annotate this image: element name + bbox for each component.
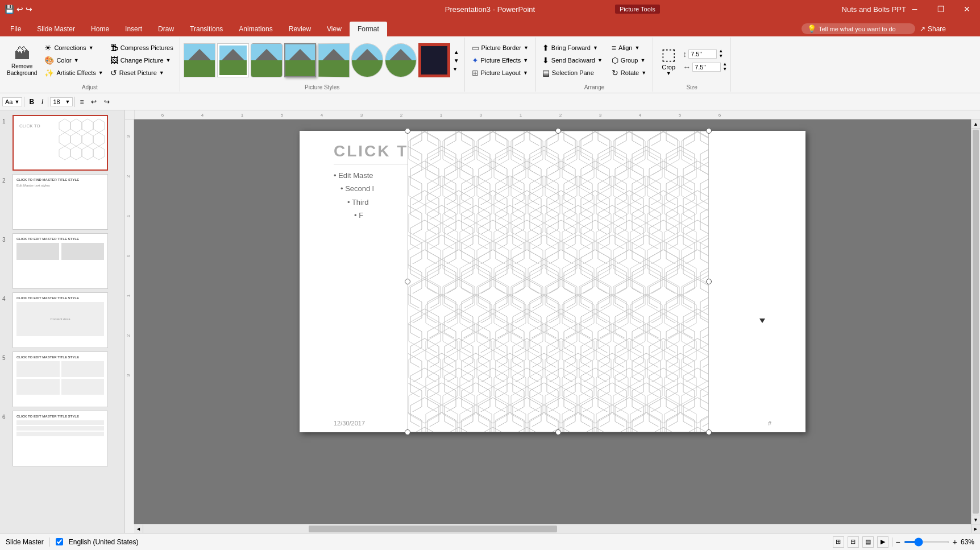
style-thumb-active[interactable] — [418, 43, 450, 77]
artistic-effects-button[interactable]: ✨ Artistic Effects ▼ — [41, 67, 106, 78]
scroll-thumb[interactable] — [973, 130, 979, 514]
redo-icon[interactable]: ↪ — [26, 5, 32, 14]
slide-preview-2: CLICK TO FIND MASTER TITLE STYLE Edit Ma… — [13, 174, 108, 230]
bring-forward-button[interactable]: ⬆ Bring Forward ▼ — [539, 42, 605, 53]
tab-draw[interactable]: Draw — [150, 22, 182, 36]
redo-toolbar-button[interactable]: ↪ — [101, 97, 113, 107]
tab-review[interactable]: Review — [281, 22, 319, 36]
align-button[interactable]: ≡ Align ▼ — [609, 42, 649, 53]
slide-thumb-1[interactable]: 1 CLICK TO — [2, 115, 122, 171]
tab-file[interactable]: File — [2, 22, 29, 36]
handle-bl[interactable] — [405, 429, 410, 435]
separator-2 — [48, 97, 48, 107]
style-thumb-2[interactable] — [217, 43, 249, 77]
tab-animations[interactable]: Animations — [231, 22, 280, 36]
picture-effects-button[interactable]: ✦ Picture Effects ▼ — [468, 55, 532, 66]
handle-bc[interactable] — [555, 429, 561, 435]
selection-pane-button[interactable]: ▤ Selection Pane — [539, 67, 605, 78]
align-left-button[interactable]: ≡ — [77, 97, 86, 107]
handle-tr[interactable] — [706, 128, 712, 134]
send-backward-button[interactable]: ⬇ Send Backward ▼ — [539, 55, 605, 66]
style-thumb-4[interactable] — [284, 43, 316, 77]
save-icon[interactable]: 💾 — [5, 5, 14, 14]
handle-ml[interactable] — [405, 279, 410, 284]
font-style-dropdown[interactable]: Aa▼ — [2, 97, 22, 106]
width-input[interactable] — [692, 63, 721, 72]
slide-thumb-6[interactable]: 6 CLICK TO EDIT MASTER TITLE STYLE — [2, 411, 122, 466]
slideshow-button[interactable]: ▶ — [877, 536, 888, 548]
style-thumb-1[interactable] — [184, 43, 215, 77]
compress-pictures-button[interactable]: 🗜 Compress Pictures — [107, 42, 176, 53]
slide-sorter-button[interactable]: ⊟ — [848, 536, 859, 548]
tab-slide-master[interactable]: Slide Master — [29, 22, 83, 36]
zoom-in-button[interactable]: + — [953, 537, 957, 547]
gallery-scroll[interactable]: ▲ ▼ ▾ — [452, 48, 461, 73]
height-up[interactable]: ▲ — [719, 49, 723, 53]
zoom-slider[interactable] — [904, 541, 949, 543]
height-input[interactable] — [688, 49, 717, 59]
svg-text:2: 2 — [400, 113, 403, 118]
width-down[interactable]: ▼ — [722, 67, 727, 72]
font-size-dropdown[interactable]: 18▼ — [50, 97, 73, 106]
handle-mr[interactable] — [706, 279, 712, 284]
picture-border-button[interactable]: ▭ Picture Border ▼ — [468, 42, 532, 53]
reset-picture-button[interactable]: ↺ Reset Picture ▼ — [107, 67, 176, 78]
scroll-right[interactable]: ► — [971, 524, 980, 534]
close-button[interactable]: ✕ — [954, 0, 980, 18]
svg-rect-14 — [134, 110, 980, 119]
svg-text:6: 6 — [719, 113, 721, 118]
color-button[interactable]: 🎨 Color ▼ — [41, 55, 106, 66]
change-picture-button[interactable]: 🖼 Change Picture ▼ — [107, 55, 176, 66]
bold-button[interactable]: B — [26, 97, 37, 107]
rotate-button[interactable]: ↻ Rotate ▼ — [609, 67, 649, 78]
crop-button[interactable]: ⬚ Crop ▼ — [657, 40, 680, 80]
svg-text:1: 1 — [241, 113, 244, 118]
scroll-up[interactable]: ▲ — [971, 119, 980, 129]
picture-format-group: ▭ Picture Border ▼ ✦ Picture Effects ▼ ⊞… — [465, 38, 536, 92]
slide-thumb-3[interactable]: 3 CLICK TO EDIT MASTER TITLE STYLE — [2, 233, 122, 289]
slide-thumb-4[interactable]: 4 CLICK TO EDIT MASTER TITLE STYLE Conte… — [2, 292, 122, 348]
restore-button[interactable]: ❐ — [928, 0, 954, 18]
tab-format[interactable]: Format — [350, 22, 387, 36]
italic-button[interactable]: I — [39, 97, 46, 107]
handle-br[interactable] — [706, 429, 712, 435]
handle-tc[interactable] — [555, 128, 561, 134]
tab-view[interactable]: View — [319, 22, 350, 36]
handle-tl[interactable] — [405, 128, 410, 134]
height-down[interactable]: ▼ — [719, 54, 723, 59]
reading-view-button[interactable]: ▤ — [862, 536, 874, 548]
zoom-out-button[interactable]: − — [896, 537, 900, 547]
slide-thumb-5[interactable]: 5 CLICK TO EDIT MASTER TITLE STYLE — [2, 351, 122, 407]
scroll-track-h[interactable] — [143, 524, 971, 534]
style-thumb-3[interactable] — [251, 43, 283, 77]
share-button[interactable]: ↗ Share — [920, 25, 946, 33]
corrections-button[interactable]: ☀ Corrections ▼ — [41, 42, 106, 53]
width-up[interactable]: ▲ — [722, 62, 727, 67]
title-center: Presentation3 - PowerPoint — [445, 5, 535, 14]
tab-insert[interactable]: Insert — [117, 22, 150, 36]
scroll-down[interactable]: ▼ — [971, 515, 980, 524]
minimize-button[interactable]: – — [902, 0, 928, 18]
picture-layout-button[interactable]: ⊞ Picture Layout ▼ — [468, 67, 532, 78]
tab-home[interactable]: Home — [83, 22, 117, 36]
horizontal-scrollbar[interactable]: ◄ ► — [134, 524, 980, 533]
svg-text:CLICK TO: CLICK TO — [19, 123, 40, 129]
vertical-scrollbar[interactable]: ▲ ▼ — [971, 119, 980, 524]
style-thumb-7[interactable] — [385, 43, 417, 77]
style-thumb-6[interactable] — [351, 43, 383, 77]
group-button[interactable]: ⬡ Group ▼ — [609, 55, 649, 66]
remove-background-button[interactable]: 🏔 Remove Background — [3, 43, 40, 78]
slide-thumb-2[interactable]: 2 CLICK TO FIND MASTER TITLE STYLE Edit … — [2, 174, 122, 230]
notes-checkbox[interactable] — [56, 538, 63, 545]
status-separator-1 — [49, 537, 50, 547]
undo-icon[interactable]: ↩ — [16, 5, 23, 14]
scroll-left[interactable]: ◄ — [134, 524, 143, 534]
canvas[interactable]: CLICK TO • Edit Maste • Second l • Third… — [134, 119, 971, 524]
style-thumb-5[interactable] — [318, 43, 350, 78]
undo-toolbar-button[interactable]: ↩ — [88, 97, 99, 107]
slide-panel[interactable]: 1 CLICK TO — [0, 110, 125, 533]
tell-me-input[interactable]: 💡 Tell me what you want to do — [802, 23, 915, 34]
tab-transitions[interactable]: Transitions — [182, 22, 231, 36]
normal-view-button[interactable]: ⊞ — [833, 536, 844, 548]
svg-text:5: 5 — [281, 113, 284, 118]
